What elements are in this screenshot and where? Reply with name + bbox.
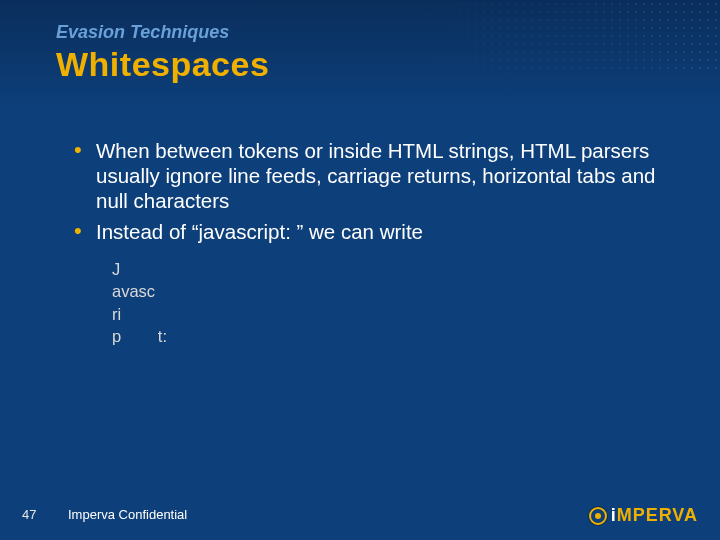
slide-eyebrow: Evasion Techniques (56, 22, 269, 43)
bullet-item: Instead of “javascript: ” we can write (68, 219, 680, 244)
page-number: 47 (22, 507, 36, 522)
footer-text: Imperva Confidential (68, 507, 187, 522)
slide: Evasion Techniques Whitespaces When betw… (0, 0, 720, 540)
slide-title: Whitespaces (56, 45, 269, 84)
slide-body: When between tokens or inside HTML strin… (68, 138, 680, 347)
slide-header: Evasion Techniques Whitespaces (56, 22, 269, 84)
bullet-item: When between tokens or inside HTML strin… (68, 138, 680, 213)
confidential-label: Imperva Confidential (68, 507, 187, 522)
logo-text-mperva: MPERVA (617, 505, 698, 526)
imperva-logo: iMPERVA (589, 505, 698, 526)
decorative-dots (400, 0, 720, 70)
logo-mark-icon (589, 507, 607, 525)
code-block: J avasc ri p t: (112, 258, 680, 347)
bullet-list: When between tokens or inside HTML strin… (68, 138, 680, 244)
